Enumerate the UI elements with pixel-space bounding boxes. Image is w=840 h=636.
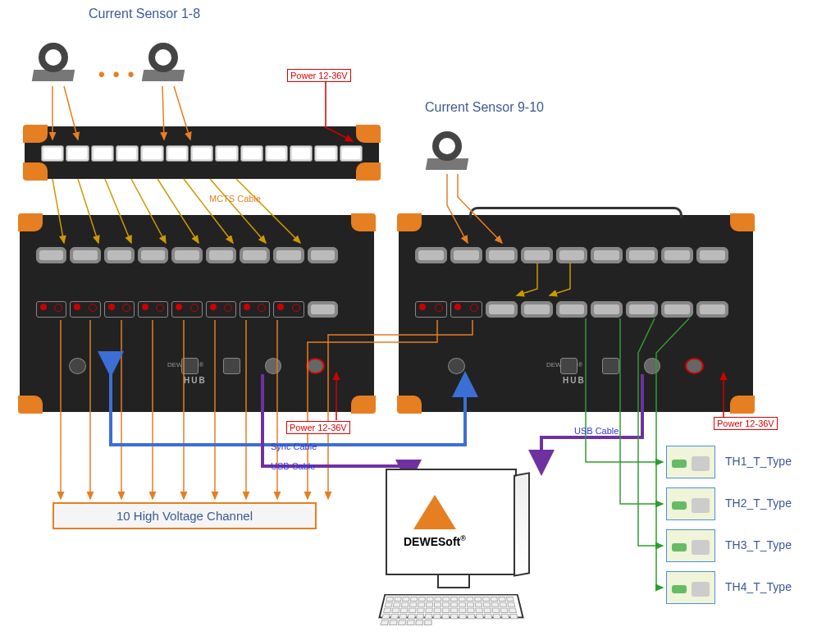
right-row1-port — [450, 247, 482, 263]
left-row2-hv — [138, 301, 168, 318]
mcts-port — [215, 145, 238, 162]
right-row1-port — [521, 247, 553, 263]
mcts-port — [140, 145, 163, 162]
mcts-port — [190, 145, 213, 162]
right-row1-port — [661, 247, 693, 263]
th-label-4: TH4_T_Type — [725, 580, 792, 593]
left-row1-can — [308, 247, 338, 263]
label-sync: Sync Cable — [271, 442, 317, 451]
computer-icon: DEWESoft® — [386, 469, 521, 620]
sensor-icon-8 — [141, 43, 185, 84]
label-power-top: Power 12-36V — [287, 69, 351, 82]
right-row2-db9 — [521, 301, 553, 318]
label-usb-left: USB Cable — [271, 461, 315, 471]
left-row1-port — [36, 247, 66, 263]
right-row1-port — [591, 247, 623, 263]
th-box-4 — [666, 571, 715, 604]
hub-pwr-r — [644, 358, 661, 374]
mcts-port — [66, 145, 89, 162]
left-row1-port — [138, 247, 168, 263]
left-row1-port — [206, 247, 236, 263]
hub-label-left: HUB — [184, 376, 207, 385]
right-row2-db9 — [626, 301, 658, 318]
hub-exc — [181, 358, 199, 374]
right-row2-db9 — [661, 301, 693, 318]
hub-usb — [223, 358, 240, 374]
th-label-3: TH3_T_Type — [725, 538, 792, 551]
hub-sync — [69, 358, 86, 374]
right-row1-port — [486, 247, 518, 263]
left-row1-port — [70, 247, 100, 263]
left-row2-can — [308, 301, 338, 318]
mcts-port — [41, 145, 64, 162]
th-box-1 — [666, 446, 715, 478]
mcts-port — [166, 145, 189, 162]
label-power-mid: Power 12-36V — [286, 421, 350, 434]
th-label-2: TH2_T_Type — [725, 496, 792, 510]
right-row1-port — [626, 247, 658, 263]
left-row1-port — [104, 247, 135, 263]
mcts-port — [91, 145, 114, 162]
label-sensor-1-8: Current Sensor 1-8 — [89, 7, 200, 21]
left-row2-hv — [273, 301, 304, 318]
hub-label-right: HUB — [563, 376, 586, 385]
ellipsis-icon: • • • — [98, 64, 135, 85]
right-row2-db9 — [591, 301, 623, 318]
right-row2-db9 — [486, 301, 518, 318]
left-row2-hv — [171, 301, 202, 318]
right-row2-db9 — [556, 301, 588, 318]
hub-sync-r — [448, 358, 465, 374]
left-row2-hv — [104, 301, 135, 318]
right-row1-port — [556, 247, 588, 263]
handle-icon — [469, 207, 682, 218]
mcts-port — [314, 145, 337, 162]
left-row2-hv — [206, 301, 236, 318]
label-mcts: MCTS Cable — [209, 194, 261, 204]
sensor-icon-1 — [31, 43, 75, 84]
mcts-port — [116, 145, 139, 162]
dewesoft-logo-tri — [413, 495, 456, 529]
mcts-port — [265, 145, 288, 162]
hv-channel-box: 10 High Voltage Channel — [52, 502, 317, 529]
right-row2-can — [696, 301, 728, 318]
th-box-2 — [666, 487, 715, 520]
th-label-1: TH1_T_Type — [725, 455, 792, 468]
hub-pwr — [265, 358, 282, 374]
left-row1-port — [273, 247, 304, 263]
mcts-rack — [25, 126, 379, 179]
label-sensor-9-10: Current Sensor 9-10 — [425, 100, 544, 115]
hub-exc-r — [560, 358, 578, 374]
right-row2-hv — [450, 301, 482, 318]
th-box-3 — [666, 529, 715, 562]
keyboard-icon — [378, 594, 524, 618]
left-row1-port — [171, 247, 202, 263]
label-power-right: Power 12-36V — [714, 417, 778, 430]
left-row2-hv — [240, 301, 270, 318]
hub-usb-r — [602, 358, 619, 374]
left-row2-hv — [36, 301, 66, 318]
mcts-port — [290, 145, 313, 162]
hub-pwr-in — [306, 358, 325, 374]
mcts-port — [340, 145, 363, 162]
dewesoft-text: DEWESoft — [404, 535, 460, 548]
label-usb-right: USB Cable — [574, 426, 619, 436]
right-row1-can — [696, 247, 728, 263]
mcts-port — [240, 145, 263, 162]
left-row2-hv — [70, 301, 100, 318]
main-right-device: HUB DEWESoft® — [399, 215, 753, 412]
right-row2-hv — [415, 301, 447, 318]
sensor-icon-9 — [425, 131, 469, 172]
right-row1-port — [415, 247, 447, 263]
hub-pwr-in-r — [685, 358, 704, 374]
left-row1-port — [240, 247, 270, 263]
main-left-device: HUB DEWESoft® — [20, 215, 374, 412]
